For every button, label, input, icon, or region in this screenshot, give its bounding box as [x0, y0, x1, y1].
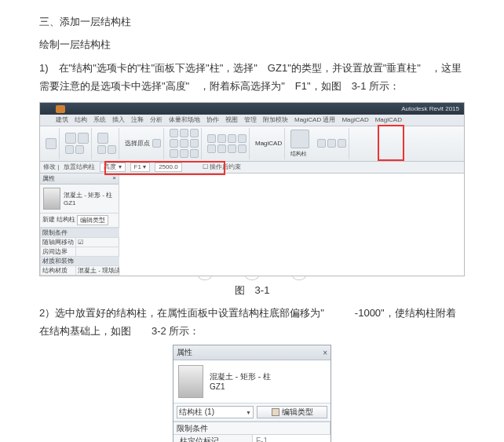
- app-badge-icon: [56, 105, 65, 113]
- selector-text: 结构柱 (1): [179, 407, 214, 418]
- generic-icon[interactable]: [170, 139, 178, 148]
- product-title: Autodesk Revit 2015: [401, 105, 459, 112]
- dot-icon[interactable]: [152, 139, 161, 148]
- tab[interactable]: 协作: [206, 115, 219, 124]
- props2-icon[interactable]: [78, 133, 89, 144]
- panel-type: GZ1: [210, 382, 271, 392]
- subheading: 绘制一层结构柱: [39, 35, 465, 53]
- tab[interactable]: 插入: [112, 115, 125, 124]
- mini-selector[interactable]: 新建 结构柱: [42, 215, 75, 225]
- tab[interactable]: 系统: [93, 115, 106, 124]
- tab[interactable]: 体量和场地: [169, 115, 200, 124]
- mini-grid: 限制条件 随轴网移动☑ 房间边界 材质和装饰 结构材质混凝土 - 现场浇…: [40, 228, 130, 276]
- generic-icon[interactable]: [207, 144, 216, 153]
- panel-title: 属性: [177, 347, 192, 358]
- generic-icon[interactable]: [170, 129, 178, 137]
- grp-misc1: [167, 128, 202, 159]
- tab[interactable]: MagiCAD: [375, 116, 402, 123]
- generic-icon[interactable]: [180, 139, 188, 148]
- edit-type-button[interactable]: 编辑类型: [257, 406, 327, 418]
- generic-icon[interactable]: [228, 144, 236, 153]
- column-icon[interactable]: [290, 130, 309, 148]
- mini-icon[interactable]: [65, 145, 74, 154]
- highlight-column-button: [378, 125, 404, 161]
- generic-icon[interactable]: [228, 134, 236, 143]
- generic-icon[interactable]: [317, 139, 326, 148]
- edit-type-icon: [272, 408, 279, 416]
- generic-icon[interactable]: [180, 149, 188, 158]
- generic-icon[interactable]: [238, 144, 247, 153]
- close-icon[interactable]: ×: [323, 349, 327, 357]
- prop-value: F-1: [253, 435, 331, 442]
- grp-magicad: MagiCAD: [253, 128, 285, 159]
- cursor-icon[interactable]: [46, 138, 57, 149]
- figure-3-2-properties-panel: 属性 × 混凝土 - 矩形 - 柱 GZ1 结构柱 (1) ▼ 编辑类型: [173, 345, 331, 442]
- ctx-mode: 放置结构柱: [64, 163, 95, 171]
- tab[interactable]: 注释: [131, 115, 144, 124]
- generic-icon[interactable]: [190, 129, 199, 137]
- tab[interactable]: MagiCAD 通用: [294, 115, 335, 124]
- generic-icon[interactable]: [338, 139, 346, 148]
- copy-icon[interactable]: [108, 145, 116, 154]
- generic-icon[interactable]: [190, 149, 199, 158]
- generic-icon[interactable]: [217, 144, 226, 153]
- properties-grid: 限制条件 柱定位标记 F-1 底部标高 F0 底部偏移 -1000.0 顶部标高…: [173, 422, 331, 442]
- mini-title: 属性: [42, 174, 55, 183]
- context-bar: 修改 | 放置结构柱 高度 ▾ F1 ▾ 2500.0 ☐ 操作后约束: [40, 162, 464, 174]
- edit-type-label: 编辑类型: [282, 407, 313, 418]
- mini-edit-type-button[interactable]: 编辑类型: [77, 215, 108, 225]
- generic-icon[interactable]: [217, 134, 226, 143]
- tab[interactable]: 结构: [75, 115, 87, 124]
- ctx-constrain-chk[interactable]: ☐ 操作后约束: [203, 163, 241, 171]
- grp-place: 选择原点: [122, 128, 164, 159]
- instance-selector[interactable]: 结构柱 (1) ▼: [177, 406, 254, 418]
- ribbon-panel: 选择原点 MagiCAD 结构柱: [40, 126, 464, 162]
- mini-group: 限制条件: [41, 228, 130, 237]
- ribbon-tabs: 建筑 结构 系统 插入 注释 分析 体量和场地 协作 视图 管理 附加模块 Ma…: [40, 115, 464, 126]
- step-1-text: 1) 在"结构"选项卡的"柱"面板下选择"柱"，选择" GZ1"的类型，并设置放…: [39, 59, 465, 96]
- generic-icon[interactable]: [207, 134, 216, 143]
- mini-type: GZ1: [64, 199, 112, 206]
- grp-clipboard: [95, 128, 119, 159]
- generic-icon[interactable]: [180, 129, 188, 137]
- ctx-height-combo[interactable]: 高度 ▾: [100, 163, 125, 172]
- close-icon[interactable]: ×: [112, 174, 116, 183]
- ctx-level-combo[interactable]: F1 ▾: [130, 163, 151, 172]
- tab[interactable]: 分析: [150, 115, 163, 124]
- section-heading: 三、添加一层结构柱: [39, 13, 465, 31]
- panel-family: 混凝土 - 矩形 - 柱: [210, 371, 271, 382]
- grp-select: [43, 128, 60, 159]
- ribbon-titlebar: Autodesk Revit 2015: [40, 103, 464, 115]
- mini-icon[interactable]: [75, 145, 84, 154]
- ctx-modify: 修改 |: [43, 163, 59, 171]
- grp-props: [63, 128, 92, 159]
- generic-icon[interactable]: [170, 149, 178, 158]
- paste-icon[interactable]: [97, 133, 108, 144]
- grp-misc2: [205, 128, 250, 159]
- generic-icon[interactable]: [190, 139, 199, 148]
- prop-row: 柱定位标记 F-1: [173, 435, 331, 442]
- canvas-area: [119, 174, 464, 276]
- column-label: 结构柱: [290, 150, 309, 158]
- grp-tail: [315, 128, 349, 159]
- tab[interactable]: 附加模块: [263, 115, 288, 124]
- ctx-value-field[interactable]: 2500.0: [155, 163, 181, 172]
- chevron-down-icon: ▼: [246, 410, 251, 415]
- tab[interactable]: 管理: [244, 115, 257, 124]
- generic-icon[interactable]: [327, 139, 336, 148]
- grp-bigbtn: 结构柱: [288, 128, 312, 159]
- generic-icon[interactable]: [238, 134, 247, 143]
- mini-family: 混凝土 - 矩形 - 柱: [64, 191, 112, 199]
- tab[interactable]: MagiCAD: [341, 116, 368, 123]
- mini-properties-panel: 属性× 混凝土 - 矩形 - 柱 GZ1 新建 结构柱 编辑类型 限制条件 随轴…: [40, 174, 119, 276]
- type-thumbnail-icon: [43, 188, 60, 210]
- cut-icon[interactable]: [97, 145, 106, 154]
- magicad-label: MagiCAD: [255, 140, 282, 147]
- tab[interactable]: 视图: [225, 115, 238, 124]
- group-constraints[interactable]: 限制条件: [173, 422, 331, 435]
- tab[interactable]: 建筑: [56, 115, 68, 124]
- type-thumbnail-icon: [178, 365, 203, 398]
- props-icon[interactable]: [65, 133, 76, 144]
- below-area: 属性× 混凝土 - 矩形 - 柱 GZ1 新建 结构柱 编辑类型 限制条件 随轴…: [40, 174, 464, 276]
- prop-key: 柱定位标记: [173, 435, 253, 442]
